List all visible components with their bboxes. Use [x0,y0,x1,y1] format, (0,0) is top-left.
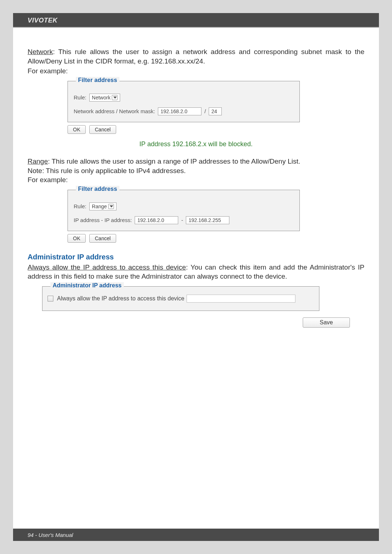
filter-address-panel-network: Filter address Rule: Network Network add… [68,81,300,122]
ok-button[interactable]: OK [68,234,86,243]
range-note: Note: This rule is only applicable to IP… [28,166,364,176]
page-footer: 94 - User's Manual [13,529,379,541]
slash-separator: / [204,108,206,114]
rule-select-range[interactable]: Range [89,202,117,210]
admin-ip-heading: Administrator IP address [28,253,364,261]
admin-always-label: Always allow the IP address to access th… [28,263,186,271]
admin-ip-panel: Administrator IP address Always allow th… [42,286,319,311]
header-bar: VIVOTEK [13,13,379,27]
always-allow-label: Always allow the IP address to access th… [57,295,184,302]
filter-address-legend: Filter address [76,77,119,83]
admin-paragraph: Always allow the IP address to access th… [28,263,364,281]
range-paragraph: Range: This rule allows the user to assi… [28,157,364,166]
chevron-down-icon [112,95,118,100]
cancel-button[interactable]: Cancel [89,234,116,243]
range-desc: : This rule allows the user to assign a … [48,157,300,165]
rule-select-range-value: Range [92,204,107,209]
dash-separator: - [181,217,183,223]
filter-address-panel-range: Filter address Rule: Range IP address - … [68,190,300,231]
header-divider [13,27,379,28]
admin-ip-input[interactable] [187,295,295,303]
netaddr-label: Network address / Network mask: [74,108,155,114]
ip-to-input[interactable] [186,216,229,224]
ok-button[interactable]: OK [68,125,86,134]
rule-select-value: Network [92,95,110,100]
admin-ip-legend: Administrator IP address [50,282,124,289]
footer-text: 94 - User's Manual [28,532,73,538]
network-paragraph: Network: This rule allows the user to as… [28,47,364,66]
save-button[interactable]: Save [303,317,350,328]
range-label: Range [28,157,48,165]
brand-logo: VIVOTEK [28,17,58,24]
ip-from-input[interactable] [135,216,178,224]
page-header: VIVOTEK [13,13,379,33]
network-label: Network [28,48,53,56]
rule-label-range: Rule: [74,203,86,209]
cancel-button[interactable]: Cancel [89,125,116,134]
rule-select-network[interactable]: Network [89,94,120,102]
chevron-down-icon [108,204,114,209]
network-address-input[interactable] [158,107,201,115]
iprange-label: IP address - IP address: [74,217,132,223]
range-example-label: For example: [28,175,364,185]
rule-label: Rule: [74,94,86,100]
network-example-label: For example: [28,66,364,76]
network-desc: : This rule allows the user to assign a … [28,48,364,65]
network-caption: IP address 192.168.2.x will be blocked. [28,140,364,148]
network-mask-input[interactable] [209,107,222,115]
filter-address-legend-range: Filter address [76,186,119,192]
always-allow-checkbox[interactable] [48,296,53,301]
